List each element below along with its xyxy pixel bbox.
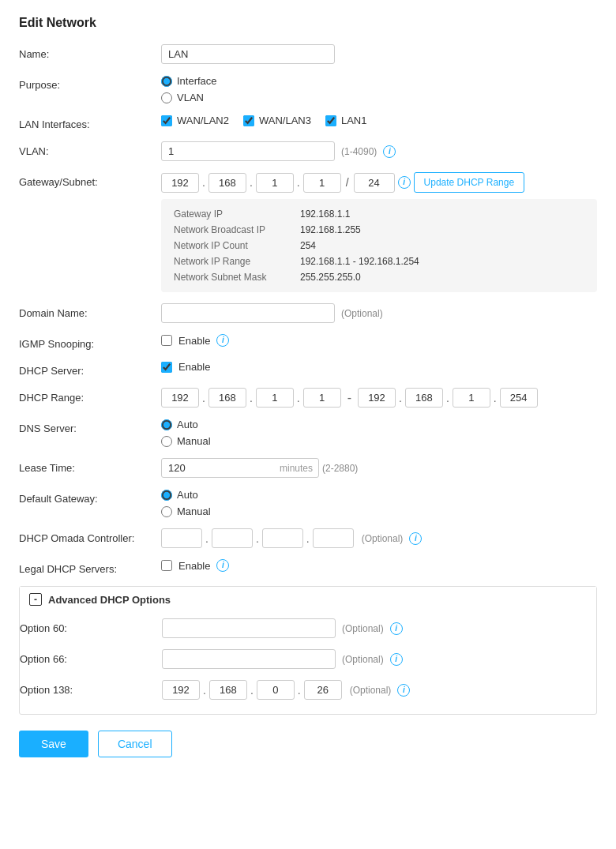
dns-manual-radio[interactable] bbox=[161, 436, 172, 447]
subnet-input[interactable] bbox=[354, 173, 395, 193]
option138-ip-2[interactable] bbox=[209, 680, 247, 700]
domain-name-control: (Optional) bbox=[161, 303, 597, 323]
omada-hint: (Optional) bbox=[362, 533, 404, 544]
cancel-button[interactable]: Cancel bbox=[98, 731, 172, 757]
omada-info-icon[interactable]: i bbox=[409, 532, 422, 545]
gateway-ip-2[interactable] bbox=[208, 173, 246, 193]
gateway-ip-key: Gateway IP bbox=[174, 208, 300, 220]
advanced-dhcp-header[interactable]: - Advanced DHCP Options bbox=[20, 587, 596, 612]
dhcp-start-2[interactable] bbox=[208, 388, 246, 408]
dns-auto-radio[interactable] bbox=[161, 419, 172, 430]
gateway-info-icon[interactable]: i bbox=[398, 176, 411, 189]
dhcp-server-checkbox[interactable] bbox=[161, 362, 172, 373]
gateway-dot-3: . bbox=[297, 176, 300, 189]
option138-control: . . . (Optional) i bbox=[162, 680, 596, 700]
default-gw-manual-radio[interactable] bbox=[161, 506, 172, 517]
default-gw-auto-label: Auto bbox=[177, 489, 198, 501]
option138-ip-3[interactable] bbox=[257, 680, 295, 700]
default-gw-auto-option[interactable]: Auto bbox=[161, 489, 597, 501]
legal-dhcp-checkbox[interactable] bbox=[161, 560, 172, 571]
lan1-checkbox[interactable] bbox=[325, 115, 336, 126]
dns-manual-option[interactable]: Manual bbox=[161, 435, 597, 447]
omada-ip-2[interactable] bbox=[212, 528, 253, 548]
legal-dhcp-info-icon[interactable]: i bbox=[216, 559, 229, 572]
domain-name-label: Domain Name: bbox=[19, 303, 161, 319]
dhcp-start-3[interactable] bbox=[256, 388, 294, 408]
option66-input[interactable] bbox=[162, 649, 336, 669]
collapse-icon[interactable]: - bbox=[29, 593, 42, 606]
vlan-row: VLAN: (1-4090) i bbox=[19, 141, 597, 161]
domain-name-row: Domain Name: (Optional) bbox=[19, 303, 597, 323]
gateway-ip-4[interactable] bbox=[303, 173, 341, 193]
igmp-info-icon[interactable]: i bbox=[216, 334, 229, 347]
igmp-enable-label: Enable bbox=[178, 335, 210, 347]
gateway-ip-3[interactable] bbox=[256, 173, 294, 193]
default-gw-auto-radio[interactable] bbox=[161, 490, 172, 501]
option60-info-icon[interactable]: i bbox=[390, 622, 403, 635]
dns-server-row: DNS Server: Auto Manual bbox=[19, 419, 597, 447]
vlan-info-icon[interactable]: i bbox=[383, 145, 396, 158]
gateway-dot-2: . bbox=[250, 176, 253, 189]
domain-name-input[interactable] bbox=[161, 303, 335, 323]
default-gw-manual-option[interactable]: Manual bbox=[161, 505, 597, 517]
interfaces-group: WAN/LAN2 WAN/LAN3 LAN1 bbox=[161, 115, 597, 126]
ip-count-key: Network IP Count bbox=[174, 240, 300, 251]
legal-dhcp-enable-label: Enable bbox=[178, 560, 210, 572]
purpose-vlan-option[interactable]: VLAN bbox=[161, 92, 597, 103]
dhcp-end-2[interactable] bbox=[405, 388, 443, 408]
gateway-ip-val: 192.168.1.1 bbox=[300, 208, 584, 220]
igmp-checkbox[interactable] bbox=[161, 335, 172, 346]
omada-row: DHCP Omada Controller: . . . (Optional) … bbox=[19, 528, 597, 548]
option138-input-row: . . . (Optional) i bbox=[162, 680, 596, 700]
gateway-ip-1[interactable] bbox=[161, 173, 199, 193]
wan-lan2-checkbox-item[interactable]: WAN/LAN2 bbox=[161, 115, 229, 126]
dhcp-server-checkbox-row: Enable bbox=[161, 361, 597, 373]
subnet-slash: / bbox=[346, 176, 349, 189]
purpose-vlan-radio[interactable] bbox=[161, 92, 172, 103]
dhcp-end-3[interactable] bbox=[453, 388, 490, 408]
option138-hint: (Optional) bbox=[350, 685, 392, 696]
purpose-radio-group: Interface VLAN bbox=[161, 75, 597, 103]
purpose-interface-option[interactable]: Interface bbox=[161, 75, 597, 87]
wan-lan3-checkbox[interactable] bbox=[243, 115, 254, 126]
name-row: Name: bbox=[19, 44, 597, 64]
option60-input[interactable] bbox=[162, 618, 336, 638]
lease-time-label: Lease Time: bbox=[19, 458, 161, 474]
omada-ip-3[interactable] bbox=[262, 528, 303, 548]
wan-lan2-checkbox[interactable] bbox=[161, 115, 172, 126]
option66-info-icon[interactable]: i bbox=[390, 653, 403, 666]
default-gateway-radio-group: Auto Manual bbox=[161, 489, 597, 517]
omada-ip-1[interactable] bbox=[161, 528, 202, 548]
option138-ip-4[interactable] bbox=[304, 680, 342, 700]
dhcp-end-4[interactable] bbox=[500, 388, 538, 408]
name-input[interactable] bbox=[161, 44, 335, 64]
dhcp-range-control: . . . - . . . bbox=[161, 388, 597, 408]
purpose-interface-radio[interactable] bbox=[161, 76, 172, 87]
lan1-checkbox-item[interactable]: LAN1 bbox=[325, 115, 367, 126]
option138-info-icon[interactable]: i bbox=[397, 684, 410, 697]
vlan-hint: (1-4090) bbox=[341, 146, 377, 157]
wan-lan3-checkbox-item[interactable]: WAN/LAN3 bbox=[243, 115, 311, 126]
dhcp-server-label: DHCP Server: bbox=[19, 361, 161, 377]
omada-label: DHCP Omada Controller: bbox=[19, 528, 161, 544]
default-gw-manual-label: Manual bbox=[177, 505, 211, 517]
dhcp-start-4[interactable] bbox=[303, 388, 341, 408]
footer-buttons: Save Cancel bbox=[19, 731, 597, 757]
gateway-label: Gateway/Subnet: bbox=[19, 172, 161, 188]
omada-ip-4[interactable] bbox=[313, 528, 354, 548]
purpose-vlan-label: VLAN bbox=[177, 92, 204, 103]
dhcp-server-row: DHCP Server: Enable bbox=[19, 361, 597, 377]
option66-label: Option 66: bbox=[20, 649, 162, 665]
dhcp-end-1[interactable] bbox=[358, 388, 396, 408]
dhcp-range-input-row: . . . - . . . bbox=[161, 388, 597, 408]
vlan-input[interactable] bbox=[161, 141, 335, 161]
save-button[interactable]: Save bbox=[19, 731, 88, 757]
dhcp-start-1[interactable] bbox=[161, 388, 199, 408]
ip-range-key: Network IP Range bbox=[174, 256, 300, 267]
lease-time-row: Lease Time: minutes (2-2880) bbox=[19, 458, 597, 478]
dhcp-start-dot-1: . bbox=[202, 392, 205, 404]
option138-ip-1[interactable] bbox=[162, 680, 200, 700]
dns-auto-option[interactable]: Auto bbox=[161, 419, 597, 430]
lease-time-input[interactable] bbox=[161, 458, 319, 478]
update-dhcp-range-button[interactable]: Update DHCP Range bbox=[414, 172, 525, 193]
